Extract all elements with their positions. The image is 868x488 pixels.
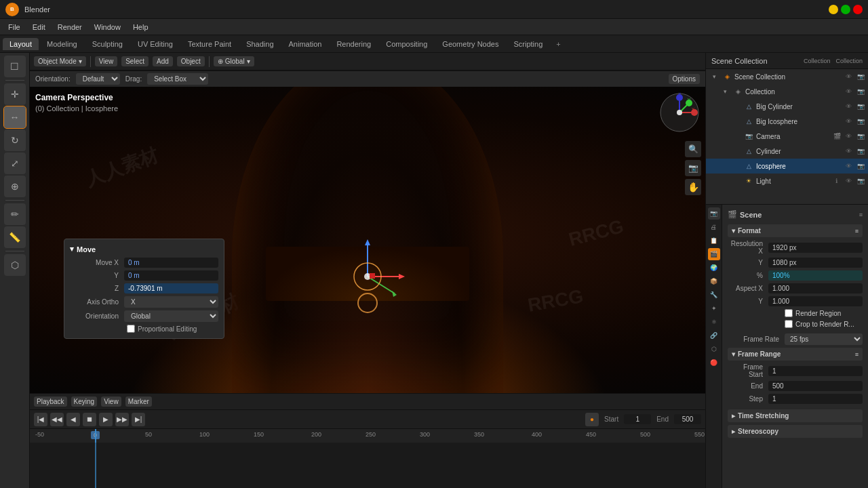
outliner-light[interactable]: ☀ Light ℹ 👁 📷 <box>706 174 868 188</box>
outliner-big-cylinder[interactable]: △ Big Cylinder 👁 📷 <box>706 99 868 114</box>
add-workspace-button[interactable]: + <box>551 38 566 50</box>
camera-eye-icon[interactable]: 👁 <box>844 131 853 141</box>
scene-browse-icon[interactable]: ≡ <box>859 211 863 218</box>
tab-rendering[interactable]: Rendering <box>330 38 378 50</box>
jump-end-btn[interactable]: ▶| <box>132 413 145 426</box>
view-menu-btn[interactable]: View <box>95 56 118 66</box>
format-options-icon[interactable]: ≡ <box>855 228 859 235</box>
icosphere-eye-icon[interactable]: 👁 <box>844 161 853 171</box>
tab-geometry-nodes[interactable]: Geometry Nodes <box>435 38 505 50</box>
menu-help[interactable]: Help <box>127 22 154 33</box>
keying-btn[interactable]: Keying <box>71 396 98 407</box>
aspect-x-input[interactable] <box>768 283 863 293</box>
tool-add-object[interactable]: ⬡ <box>4 254 26 276</box>
tab-shading[interactable]: Shading <box>239 38 280 50</box>
scene-col-eye-icon[interactable]: 👁 <box>844 72 853 81</box>
prop-icon-modifier[interactable]: 🔧 <box>708 289 720 301</box>
res-x-input[interactable] <box>768 243 863 253</box>
prop-icon-physics[interactable]: ⚛ <box>708 316 720 328</box>
light-eye-icon[interactable]: 👁 <box>844 176 853 186</box>
prop-icon-world[interactable]: 🌍 <box>708 262 720 274</box>
outliner-big-icosphere[interactable]: △ Big Icosphere 👁 📷 <box>706 114 868 129</box>
add-menu-btn[interactable]: Add <box>153 56 173 66</box>
prop-icon-object[interactable]: 📦 <box>708 275 720 287</box>
big-ico-render-icon[interactable]: 📷 <box>856 117 865 126</box>
outliner-camera[interactable]: 📷 Camera 🎬 👁 📷 <box>706 129 868 144</box>
tool-annotate[interactable]: ✏ <box>4 203 26 225</box>
outliner-cylinder[interactable]: △ Cylinder 👁 📷 <box>706 144 868 159</box>
timeline-view-btn[interactable]: View <box>101 396 121 407</box>
collection-render-icon[interactable]: 📷 <box>856 87 865 96</box>
frame-end-input[interactable] <box>768 381 863 391</box>
prop-icon-scene[interactable]: 🎬 <box>708 248 720 260</box>
tool-transform[interactable]: ⊕ <box>4 176 26 197</box>
tool-move[interactable]: ↔ <box>4 106 26 128</box>
transform-selector[interactable]: ⊕ Global ▾ <box>214 56 254 66</box>
camera-render-icon[interactable]: 📷 <box>856 131 865 141</box>
options-button[interactable]: Options <box>669 74 700 84</box>
light-render-icon[interactable]: 📷 <box>856 176 865 186</box>
maximize-button[interactable] <box>841 5 850 14</box>
cylinder-render-icon[interactable]: 📷 <box>856 146 865 156</box>
scene-col-render-icon[interactable]: 📷 <box>856 72 865 81</box>
jump-start-btn[interactable]: |◀ <box>34 413 47 426</box>
tab-layout[interactable]: Layout <box>3 38 39 50</box>
tool-scale[interactable]: ⤢ <box>4 152 26 174</box>
menu-render[interactable]: Render <box>52 22 87 33</box>
close-button[interactable] <box>853 5 863 14</box>
prop-icon-constraints[interactable]: 🔗 <box>708 329 720 342</box>
big-cyl-eye-icon[interactable]: 👁 <box>844 102 853 111</box>
timeline-ruler[interactable]: -50 0 50 100 150 200 250 300 350 400 450… <box>30 429 705 443</box>
step-forward-btn[interactable]: ▶▶ <box>115 413 129 426</box>
move-y-input[interactable] <box>124 270 218 281</box>
prop-icon-output[interactable]: 🖨 <box>708 221 720 233</box>
minimize-button[interactable] <box>829 5 838 14</box>
prop-icon-view-layer[interactable]: 📋 <box>708 235 720 247</box>
outliner-scene-collection[interactable]: ▾ ◈ Scene Collection 👁 📷 <box>706 69 868 84</box>
drag-select[interactable]: Select Box Tweak Select Circle Select La… <box>147 73 208 85</box>
light-info-icon[interactable]: ℹ <box>831 176 841 186</box>
cylinder-eye-icon[interactable]: 👁 <box>844 146 853 156</box>
prop-icon-render[interactable]: 📷 <box>708 207 720 220</box>
viewport[interactable]: 人人素材 RRCG 人人素材 RRCG Camera Perspective (… <box>30 87 705 393</box>
time-stretching-header[interactable]: ▸ Time Stretching <box>728 409 863 422</box>
tab-scripting[interactable]: Scripting <box>507 38 549 50</box>
zoom-to-selected-btn[interactable]: 🔍 <box>685 141 701 157</box>
start-frame-input[interactable] <box>624 414 651 424</box>
tool-select-box[interactable]: ☐ <box>4 56 26 77</box>
prop-icon-particles[interactable]: ✦ <box>708 302 720 314</box>
res-y-input[interactable] <box>768 258 863 268</box>
icosphere-render-icon[interactable]: 📷 <box>856 161 865 171</box>
stereoscopy-header[interactable]: ▸ Stereoscopy <box>728 425 863 438</box>
toggle-hand-btn[interactable]: ✋ <box>685 179 701 195</box>
frame-rate-select[interactable]: 25 fps 24 fps 30 fps 60 fps <box>785 333 863 345</box>
outliner-icosphere[interactable]: △ Icosphere 👁 📷 <box>706 159 868 174</box>
tool-rotate[interactable]: ↻ <box>4 129 26 151</box>
res-pct-input[interactable] <box>768 270 863 281</box>
format-header[interactable]: ▾ Format ≡ <box>728 224 863 237</box>
object-menu-btn[interactable]: Object <box>177 56 205 66</box>
mode-selector[interactable]: Object Mode ▾ <box>34 56 86 66</box>
collection-eye-icon[interactable]: 👁 <box>844 87 853 96</box>
panel-orientation-select[interactable]: GlobalLocalNormal <box>124 310 218 322</box>
select-menu-btn[interactable]: Select <box>121 56 149 66</box>
tool-measure[interactable]: 📏 <box>4 226 26 248</box>
record-btn[interactable]: ● <box>585 413 599 426</box>
tab-uv-editing[interactable]: UV Editing <box>131 38 180 50</box>
play-btn[interactable]: ▶ <box>99 413 113 426</box>
aspect-y-input[interactable] <box>768 296 863 306</box>
big-cyl-render-icon[interactable]: 📷 <box>856 102 865 111</box>
frame-start-input[interactable] <box>768 366 863 376</box>
menu-edit[interactable]: Edit <box>27 22 51 33</box>
move-z-input[interactable] <box>124 283 218 293</box>
axis-ortho-select[interactable]: XYZ <box>124 296 218 308</box>
prop-icon-data[interactable]: ⬡ <box>708 343 720 355</box>
nav-gizmo[interactable]: X Y Z <box>659 92 700 133</box>
tab-sculpting[interactable]: Sculpting <box>85 38 130 50</box>
playback-btn[interactable]: Playback <box>34 396 67 407</box>
menu-window[interactable]: Window <box>89 22 126 33</box>
end-frame-input[interactable] <box>674 414 701 424</box>
tab-animation[interactable]: Animation <box>282 38 329 50</box>
tab-modeling[interactable]: Modeling <box>40 38 84 50</box>
stop-btn[interactable]: ⏹ <box>83 413 96 426</box>
